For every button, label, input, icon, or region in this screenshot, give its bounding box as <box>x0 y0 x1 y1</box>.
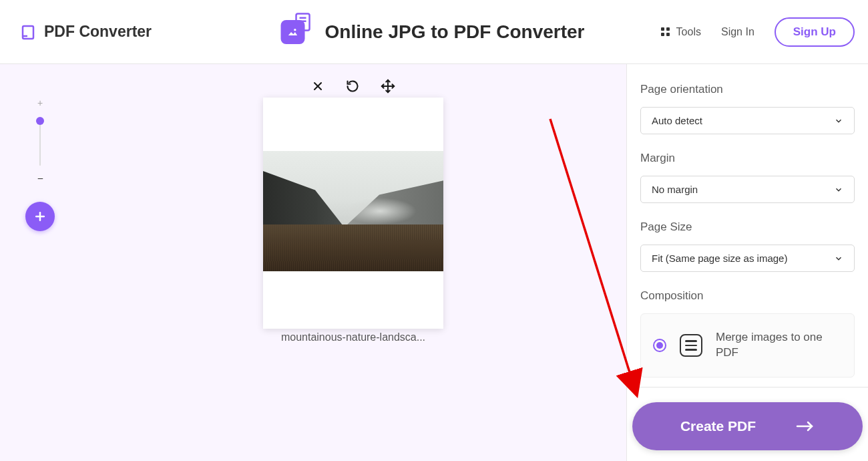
move-button[interactable] <box>381 79 395 96</box>
plus-icon <box>33 210 47 223</box>
orientation-value: Auto detect <box>652 115 702 126</box>
create-pdf-label: Create PDF <box>680 418 756 434</box>
pagesize-label: Page Size <box>640 220 855 234</box>
rotate-button[interactable] <box>346 79 359 96</box>
pagesize-select[interactable]: Fit (Same page size as image) <box>640 245 855 272</box>
brand-icon <box>20 24 36 40</box>
zoom-in-icon[interactable]: + <box>37 98 43 108</box>
page-preview[interactable] <box>263 98 443 329</box>
tools-label: Tools <box>676 26 701 38</box>
add-file-button[interactable] <box>25 202 55 231</box>
preview-toolbar <box>311 79 395 96</box>
margin-label: Margin <box>640 152 855 165</box>
page-title: Online JPG to PDF Converter <box>325 21 585 43</box>
composition-option[interactable]: Merge images to one PDF <box>640 313 855 377</box>
preview-filename: mountainous-nature-landsca... <box>281 331 425 343</box>
page-title-wrap: Online JPG to PDF Converter <box>284 17 585 47</box>
left-sidebar: + ‒ <box>0 64 80 461</box>
composition-label: Composition <box>640 289 855 303</box>
create-pdf-button[interactable]: Create PDF <box>632 402 863 450</box>
chevron-down-icon <box>834 185 843 194</box>
zoom-out-icon[interactable]: ‒ <box>37 172 43 183</box>
preview-image <box>263 151 443 271</box>
header-bar: PDF Converter Online JPG to PDF Converte… <box>0 0 868 64</box>
image-icon <box>281 20 305 44</box>
signin-link[interactable]: Sign In <box>721 26 754 38</box>
chevron-down-icon <box>834 116 843 126</box>
zoom-slider[interactable] <box>39 119 41 166</box>
orientation-select[interactable]: Auto detect <box>640 107 855 134</box>
chevron-down-icon <box>834 254 843 263</box>
rotate-icon <box>346 80 359 93</box>
brand-text: PDF Converter <box>44 23 152 41</box>
margin-value: No margin <box>652 184 698 195</box>
margin-select[interactable]: No margin <box>640 176 855 203</box>
options-panel: Page orientation Auto detect Margin No m… <box>626 64 868 461</box>
nav-right: Tools Sign In Sign Up <box>661 17 855 47</box>
remove-button[interactable] <box>311 79 324 96</box>
zoom-thumb[interactable] <box>36 117 44 125</box>
arrow-right-icon <box>796 420 815 432</box>
grid-icon <box>661 27 670 36</box>
close-icon <box>311 80 324 93</box>
signup-button[interactable]: Sign Up <box>775 17 855 47</box>
radio-selected-icon <box>653 339 666 352</box>
pagesize-value: Fit (Same page size as image) <box>652 253 787 264</box>
preview-canvas: mountainous-nature-landsca... <box>80 64 626 461</box>
orientation-label: Page orientation <box>640 83 855 96</box>
move-icon <box>381 79 395 94</box>
brand[interactable]: PDF Converter <box>20 23 152 41</box>
svg-point-4 <box>294 29 296 31</box>
composition-value: Merge images to one PDF <box>716 330 842 361</box>
tools-menu[interactable]: Tools <box>661 26 701 38</box>
merge-pages-icon <box>680 334 702 357</box>
divider <box>627 387 868 388</box>
